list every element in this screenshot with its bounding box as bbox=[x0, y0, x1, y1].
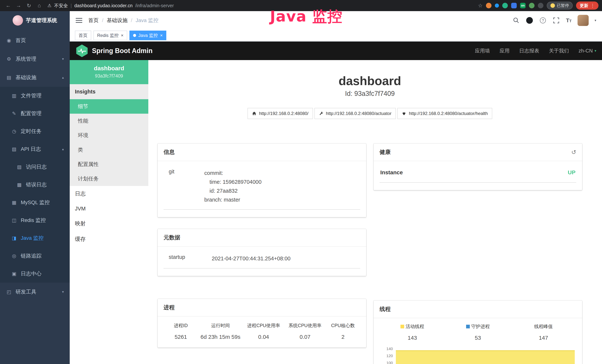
sidebar-item-api-logs[interactable]: ▧ API 日志 ▴ bbox=[0, 140, 70, 158]
bookmark-star-icon[interactable]: ☆ bbox=[478, 3, 483, 9]
breadcrumb-item-home[interactable]: 首页 bbox=[88, 17, 99, 24]
sba-nav-applications[interactable]: 应用 bbox=[499, 47, 509, 54]
insights-group: Insights 细节 性能 环境 类 配置属性 计划任务 bbox=[70, 84, 148, 186]
sidebar-item-label: 定时任务 bbox=[21, 128, 42, 135]
sba-nav-links: 应用墙 应用 日志报表 关于我们 zh-CN ▾ bbox=[475, 47, 596, 54]
app-sidebar: 芋道管理系统 ◉ 首页 ⚙ 系统管理 ▾ ▤ 基础设施 ▴ ▥ 文件管理 bbox=[0, 11, 70, 364]
info-value: commit: time: 1596289704000 id: 27aa832 … bbox=[204, 169, 262, 204]
yellow-swatch-icon bbox=[400, 325, 404, 328]
sba-item-metrics[interactable]: 性能 bbox=[70, 114, 148, 128]
breadcrumb-item-infrastructure[interactable]: 基础设施 bbox=[107, 17, 128, 24]
info-row-git: git commit: time: 1596289704000 id: 27aa… bbox=[163, 166, 360, 210]
extension-icon-leaf[interactable] bbox=[529, 3, 535, 8]
sidebar-item-tracing[interactable]: ◎ 链路追踪 bbox=[0, 247, 70, 265]
sba-item-mappings[interactable]: 映射 bbox=[70, 216, 148, 231]
github-icon[interactable] bbox=[526, 17, 533, 24]
sba-item-jvm[interactable]: JVM bbox=[70, 202, 148, 216]
extension-icon-blue-drop[interactable] bbox=[495, 3, 499, 8]
tab-home[interactable]: 首页 bbox=[75, 31, 91, 40]
spring-boot-admin-logo-icon[interactable] bbox=[76, 44, 88, 57]
sidebar-item-home[interactable]: ◉ 首页 bbox=[0, 31, 70, 50]
tab-redis-monitor[interactable]: Redis 监控 × bbox=[93, 31, 127, 40]
sba-nav-app-wall[interactable]: 应用墙 bbox=[475, 47, 490, 54]
avatar[interactable] bbox=[578, 15, 589, 26]
sidebar-item-redis-monitor[interactable]: ◫ Redis 监控 bbox=[0, 211, 70, 229]
sba-brand[interactable]: Spring Boot Admin bbox=[92, 47, 153, 55]
legend-label: 线程峰值 bbox=[534, 323, 553, 330]
left-column: 信息 git commit: time: 1596289704000 id: 2 bbox=[158, 143, 366, 347]
sidebar-item-scheduled-tasks[interactable]: ◷ 定时任务 bbox=[0, 122, 70, 140]
health-row-instance[interactable]: Instance UP bbox=[379, 166, 576, 183]
font-size-icon[interactable]: TT bbox=[566, 17, 572, 23]
sidebar-item-file-management[interactable]: ▥ 文件管理 bbox=[0, 87, 70, 105]
sba-item-logs[interactable]: 日志 bbox=[70, 186, 148, 202]
instance-id: 93a3fc7f7409 bbox=[74, 73, 145, 79]
sidebar-item-system-management[interactable]: ⚙ 系统管理 ▾ bbox=[0, 50, 70, 68]
locale-select[interactable]: zh-CN ▾ bbox=[579, 48, 596, 54]
column-header: 进程ID bbox=[163, 322, 198, 329]
sba-item-caches[interactable]: 缓存 bbox=[70, 231, 148, 247]
sidebar-item-access-logs[interactable]: ▨ 访问日志 bbox=[0, 158, 70, 176]
chevron-down-icon: ▾ bbox=[62, 57, 64, 61]
chevron-down-icon: ▾ bbox=[62, 290, 64, 294]
sidebar-item-config-management[interactable]: ✎ 配置管理 bbox=[0, 105, 70, 122]
git-commit-line: commit: bbox=[204, 169, 262, 177]
extension-icon-teal[interactable] bbox=[502, 3, 508, 8]
sidebar-item-error-logs[interactable]: ▩ 错误日志 bbox=[0, 176, 70, 193]
instance-link-actuator[interactable]: http://192.168.0.2:48080/actuator bbox=[314, 108, 396, 119]
security-label[interactable]: 不安全 bbox=[54, 3, 68, 9]
extension-icon-grid[interactable] bbox=[511, 3, 517, 8]
extension-icon-puzzle[interactable] bbox=[538, 3, 543, 8]
sba-item-classes[interactable]: 类 bbox=[70, 143, 148, 157]
sidebar-item-label: 基础设施 bbox=[16, 74, 36, 81]
avatar-caret-icon[interactable]: ▾ bbox=[595, 18, 596, 22]
url-host: dashboard.yudao.iocoder.cn bbox=[74, 3, 133, 8]
y-tick: 140 bbox=[386, 347, 393, 351]
extension-icon-on-badge[interactable]: on bbox=[520, 3, 526, 8]
breadcrumb-item-current: Java 监控 bbox=[136, 17, 159, 24]
address-bar[interactable]: ⚠ 不安全 | dashboard.yudao.iocoder.cn/infra… bbox=[47, 3, 474, 9]
kebab-menu-icon[interactable]: ⋮ bbox=[591, 3, 595, 8]
card-title: 进程 bbox=[163, 304, 175, 311]
reload-icon[interactable]: ↻ bbox=[24, 3, 33, 9]
extension-icon-orange[interactable] bbox=[486, 3, 492, 8]
sba-nav-log-report[interactable]: 日志报表 bbox=[519, 47, 539, 54]
tab-java-monitor[interactable]: Java 监控 × bbox=[129, 31, 166, 40]
app-logo[interactable]: 芋道管理系统 bbox=[0, 11, 70, 30]
log-icon: ▨ bbox=[16, 164, 22, 170]
cell-value: 5261 bbox=[163, 334, 198, 340]
sidebar-item-infrastructure[interactable]: ▤ 基础设施 ▴ bbox=[0, 68, 70, 87]
sidebar-item-mysql-monitor[interactable]: ▦ MySQL 监控 bbox=[0, 193, 70, 211]
close-icon[interactable]: × bbox=[121, 33, 123, 38]
layers-icon: ◫ bbox=[11, 217, 17, 223]
toolbox-icon: ◰ bbox=[6, 289, 12, 295]
sba-nav-about[interactable]: 关于我们 bbox=[549, 47, 569, 54]
sba-instance-header[interactable]: dashboard 93a3fc7f7409 bbox=[70, 60, 148, 84]
instance-name: dashboard bbox=[74, 65, 145, 72]
legend-value: 143 bbox=[379, 335, 445, 341]
sba-item-scheduled-tasks[interactable]: 计划任务 bbox=[70, 171, 148, 186]
forward-icon[interactable]: → bbox=[14, 3, 23, 9]
instance-link-health[interactable]: http://192.168.0.2:48080/actuator/health bbox=[397, 108, 492, 119]
browser-actions: ☆ on 已暂停 更新 ⋮ bbox=[478, 1, 599, 10]
sba-item-config-props[interactable]: 配置属性 bbox=[70, 157, 148, 171]
sidebar-item-log-center[interactable]: ▣ 日志中心 bbox=[0, 265, 70, 283]
sidebar-item-java-monitor[interactable]: ◨ Java 监控 bbox=[0, 229, 70, 247]
sba-navbar: Spring Boot Admin 应用墙 应用 日志报表 关于我们 zh-CN… bbox=[70, 42, 602, 60]
browser-home-icon[interactable]: ⌂ bbox=[35, 3, 44, 9]
file-icon: ▥ bbox=[11, 93, 17, 99]
tab-label: 首页 bbox=[79, 32, 87, 38]
back-icon[interactable]: ← bbox=[4, 3, 13, 9]
sidebar-item-dev-tools[interactable]: ◰ 研发工具 ▾ bbox=[0, 283, 70, 301]
hamburger-icon[interactable] bbox=[76, 18, 82, 23]
sba-item-details[interactable]: 细节 bbox=[70, 99, 148, 114]
search-icon[interactable] bbox=[512, 17, 520, 24]
help-icon[interactable]: ? bbox=[539, 17, 547, 24]
history-icon[interactable]: ↺ bbox=[571, 149, 576, 156]
close-icon[interactable]: × bbox=[160, 33, 163, 38]
instance-link-root[interactable]: http://192.168.0.2:48080/ bbox=[247, 108, 313, 119]
update-button[interactable]: 更新 ⋮ bbox=[576, 1, 599, 10]
fullscreen-icon[interactable] bbox=[552, 17, 560, 24]
sba-item-environment[interactable]: 环境 bbox=[70, 128, 148, 143]
paused-badge[interactable]: 已暂停 bbox=[547, 2, 573, 10]
